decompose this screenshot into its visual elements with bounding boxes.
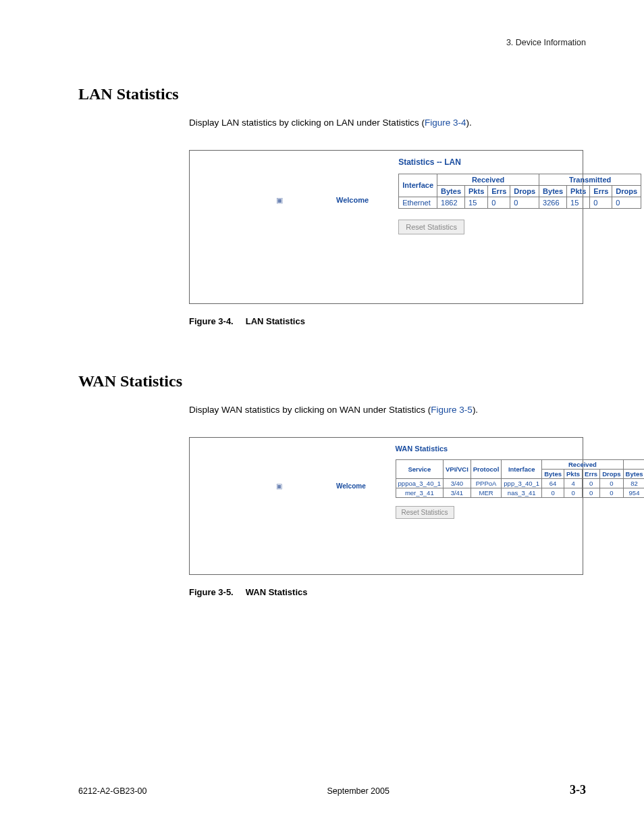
cell: 0: [488, 197, 510, 208]
cell: 15: [465, 197, 488, 208]
cell: ppp_3_40_1: [502, 478, 542, 488]
cell: 3266: [539, 197, 567, 208]
wan-intro-after: ).: [473, 405, 478, 415]
cell: 0: [564, 488, 583, 497]
col-transmitted: Transmitted: [539, 174, 641, 185]
col-protocol: Protocol: [471, 459, 502, 478]
wan-stats-panel: WAN Statistics Service VPI/VCI Protocol …: [396, 445, 644, 519]
col-drops: Drops: [600, 469, 623, 478]
footer-page-number: 3-3: [570, 783, 586, 797]
wan-stats-table: Service VPI/VCI Protocol Interface Recei…: [396, 459, 644, 498]
cell: 15: [567, 197, 590, 208]
cell: 3/40: [443, 478, 471, 488]
col-pkts: Pkts: [567, 185, 590, 197]
lan-stats-title: Statistics -- LAN: [398, 157, 641, 167]
cell: 0: [510, 197, 539, 208]
table-row: Interface Received Transmitted: [399, 174, 641, 185]
page: 3. Device Information LAN Statistics Dis…: [0, 0, 644, 835]
col-service: Service: [396, 459, 443, 478]
cell: pppoa_3_40_1: [396, 478, 443, 488]
lan-stats-table: Interface Received Transmitted Bytes Pkt…: [398, 174, 641, 209]
cell: 0: [583, 478, 600, 488]
col-drops: Drops: [510, 185, 539, 197]
col-pkts: Pkts: [564, 469, 583, 478]
col-errs: Errs: [590, 185, 612, 197]
col-drops: Drops: [612, 185, 641, 197]
col-bytes: Bytes: [623, 469, 644, 478]
cell: mer_3_41: [396, 488, 443, 497]
lan-intro-after: ).: [466, 118, 471, 128]
cell: 0: [600, 478, 623, 488]
col-interface: Interface: [502, 459, 542, 478]
window-icon: ▣: [198, 445, 334, 835]
col-errs: Errs: [583, 469, 600, 478]
cell: MER: [471, 488, 502, 497]
col-pkts: Pkts: [465, 185, 488, 197]
col-vpivci: VPI/VCI: [443, 459, 471, 478]
col-received: Received: [542, 459, 623, 469]
wan-stats-title: WAN Statistics: [396, 445, 644, 453]
table-row: pppoa_3_40_1 3/40 PPPoA ppp_3_40_1 64 4 …: [396, 478, 644, 488]
table-row: mer_3_41 3/41 MER nas_3_41 0 0 0 0 954 3…: [396, 488, 644, 497]
figure-link-3-4[interactable]: Figure 3-4: [425, 118, 466, 128]
lan-intro-before: Display LAN statistics by clicking on LA…: [189, 118, 425, 128]
cell: 954: [623, 488, 644, 497]
nav-tree-wan: ▣Welcome 📂Device Info ▫Summary ▫WAN 📂Sta…: [198, 445, 386, 835]
figure-link-3-5[interactable]: Figure 3-5: [431, 405, 473, 415]
col-errs: Errs: [488, 185, 510, 197]
footer-date: September 2005: [327, 786, 390, 796]
table-row: Service VPI/VCI Protocol Interface Recei…: [396, 459, 644, 469]
figure-3-4-screenshot: ▣Welcome 📂Device Info ▫Summary ▫WAN 📂Sta…: [189, 150, 583, 304]
cell: 0: [583, 488, 600, 497]
cell: 0: [600, 488, 623, 497]
col-bytes: Bytes: [542, 469, 564, 478]
cell: 0: [542, 488, 564, 497]
reset-statistics-button[interactable]: Reset Statistics: [396, 506, 454, 519]
cell: nas_3_41: [502, 488, 542, 497]
cell: PPPoA: [471, 478, 502, 488]
nav-welcome[interactable]: Welcome: [336, 482, 366, 490]
table-row: Ethernet 1862 15 0 0 3266 15 0 0: [399, 197, 641, 208]
reset-statistics-button[interactable]: Reset Statistics: [398, 220, 464, 234]
page-footer: 6212-A2-GB23-00 September 2005 3-3: [78, 783, 586, 797]
chapter-header: 3. Device Information: [506, 38, 586, 47]
lan-intro: Display LAN statistics by clicking on LA…: [189, 117, 586, 130]
cell: 1862: [437, 197, 465, 208]
col-transmitted: Transmitted: [623, 459, 644, 469]
nav-welcome[interactable]: Welcome: [336, 196, 369, 204]
cell: 3/41: [443, 488, 471, 497]
col-interface: Interface: [399, 174, 437, 197]
cell: 82: [623, 478, 644, 488]
cell: 4: [564, 478, 583, 488]
cell: 0: [612, 197, 641, 208]
col-received: Received: [437, 174, 539, 185]
cell: 64: [542, 478, 564, 488]
lan-stats-panel: Statistics -- LAN Interface Received Tra…: [398, 157, 641, 234]
col-bytes: Bytes: [539, 185, 567, 197]
heading-lan: LAN Statistics: [78, 85, 586, 103]
cell-iface: Ethernet: [399, 197, 437, 208]
cell: 0: [590, 197, 612, 208]
col-bytes: Bytes: [437, 185, 465, 197]
footer-docref: 6212-A2-GB23-00: [78, 786, 146, 796]
